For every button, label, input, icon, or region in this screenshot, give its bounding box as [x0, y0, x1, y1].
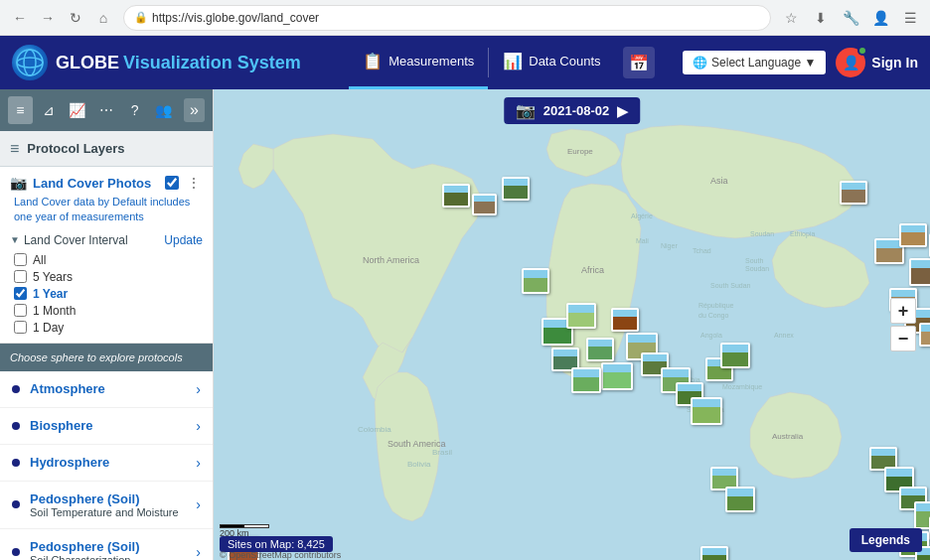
interval-all[interactable]: All	[14, 253, 203, 267]
svg-text:Europe: Europe	[567, 147, 593, 156]
chevron-right-icon: ›	[196, 381, 201, 397]
sidebar: ≡ ⊿ 📈 ⋯ ? 👥 » ≡ Protocol Layers 📷 Land C…	[0, 89, 214, 560]
interval-1year-checkbox[interactable]	[14, 287, 27, 300]
interval-header: ▼ Land Cover Interval Update	[10, 233, 203, 247]
online-badge	[857, 46, 867, 56]
chevron-right-icon: ›	[196, 496, 201, 512]
interval-title: ▼ Land Cover Interval	[10, 233, 128, 247]
protocol-item-pedosphere-1[interactable]: Pedosphere (Soil) Soil Temperature and M…	[0, 482, 213, 529]
sign-in-label: Sign In	[871, 55, 918, 70]
language-button[interactable]: 🌐 Select Language ▼	[683, 51, 826, 74]
more-tool-button[interactable]: ⋯	[93, 96, 118, 124]
avatar: 👤	[836, 48, 865, 77]
zoom-out-button[interactable]: −	[890, 326, 916, 351]
map-zoom-controls: + −	[890, 298, 916, 351]
protocol-list: Atmosphere › Biosphere › Hydrosphere › P	[0, 371, 213, 560]
interval-1day-checkbox[interactable]	[14, 321, 27, 334]
interval-1month[interactable]: 1 Month	[14, 304, 203, 318]
interval-5years-checkbox[interactable]	[14, 270, 27, 283]
tab-data-counts[interactable]: 📊 Data Counts	[489, 36, 614, 89]
app-title: GLOBE	[56, 53, 119, 73]
nav-tabs: 📋 Measurements 📊 Data Counts 📅	[321, 36, 683, 89]
svg-text:Soudan: Soudan	[750, 230, 774, 237]
url-text: https://vis.globe.gov/land_cover	[152, 11, 319, 25]
menu-button[interactable]: ☰	[898, 6, 922, 30]
layer-visibility-checkbox[interactable]	[165, 176, 179, 190]
layer-card: 📷 Land Cover Photos ⋮ Land Cover data by…	[0, 167, 213, 344]
bookmark-button[interactable]: ☆	[779, 6, 803, 30]
svg-text:Soudan: Soudan	[745, 265, 769, 272]
scale-text: 200 km	[220, 528, 269, 538]
extensions-button[interactable]: 🔧	[839, 6, 862, 30]
layer-description: Land Cover data by Default includes one …	[10, 195, 203, 225]
back-button[interactable]: ←	[8, 6, 32, 30]
address-bar[interactable]: 🔒 https://vis.globe.gov/land_cover	[123, 5, 771, 31]
interval-5years[interactable]: 5 Years	[14, 270, 203, 284]
help-tool-button[interactable]: ?	[122, 96, 147, 124]
date-popup: 📷 2021-08-02 ▶	[504, 97, 641, 124]
svg-text:Tanzania: Tanzania	[718, 361, 746, 368]
download-button[interactable]: ⬇	[809, 6, 833, 30]
tab-data-counts-label: Data Counts	[529, 54, 600, 69]
chart-tool-button[interactable]: 📈	[66, 96, 90, 124]
protocol-item-pedosphere-2[interactable]: Pedosphere (Soil) Soil Characterization …	[0, 529, 213, 560]
layers-tool-button[interactable]: ≡	[8, 96, 33, 124]
profile-button[interactable]: 👤	[868, 6, 892, 30]
tab-measurements[interactable]: 📋 Measurements	[349, 36, 488, 89]
protocol-layers-title: Protocol Layers	[27, 141, 124, 156]
protocol-atmosphere-name: Atmosphere	[30, 381, 196, 396]
refresh-button[interactable]: ↻	[64, 6, 87, 30]
globe-logo	[12, 45, 48, 80]
svg-text:Annex: Annex	[774, 332, 794, 339]
interval-1month-label: 1 Month	[33, 304, 76, 318]
interval-1day[interactable]: 1 Day	[14, 321, 203, 335]
bullet-icon	[12, 422, 20, 430]
protocol-item-biosphere[interactable]: Biosphere ›	[0, 408, 213, 445]
svg-text:Angola: Angola	[700, 332, 722, 340]
forward-button[interactable]: →	[36, 6, 60, 30]
bullet-icon	[12, 548, 20, 556]
bullet-icon	[12, 500, 20, 508]
svg-text:South Sudan: South Sudan	[710, 282, 751, 289]
zoom-in-button[interactable]: +	[890, 298, 916, 324]
svg-text:Algérie: Algérie	[631, 212, 653, 220]
date-text: 2021-08-02	[543, 103, 610, 118]
protocol-pedosphere1-name: Pedosphere (Soil) Soil Temperature and M…	[30, 491, 196, 518]
svg-text:Bolivia: Bolivia	[407, 460, 431, 469]
collapse-sidebar-button[interactable]: »	[184, 98, 205, 122]
sidebar-toolbar: ≡ ⊿ 📈 ⋯ ? 👥 »	[0, 89, 213, 131]
sites-count-text: Sites on Map: 8,425	[228, 538, 325, 550]
map-area[interactable]: North America South America Africa Asia …	[214, 89, 930, 560]
update-button[interactable]: Update	[164, 233, 203, 247]
app-subtitle: Visualization System	[123, 53, 301, 73]
svg-text:Niger: Niger	[661, 242, 678, 250]
sphere-prompt-text: Choose sphere to explore protocols	[10, 351, 183, 363]
sign-in-area[interactable]: 👤 Sign In	[836, 48, 918, 77]
layer-options-button[interactable]: ⋮	[185, 175, 203, 191]
interval-1month-checkbox[interactable]	[14, 304, 27, 317]
svg-text:Australia: Australia	[772, 432, 804, 441]
svg-text:South Africa: South Africa	[687, 406, 724, 413]
interval-1day-label: 1 Day	[33, 321, 64, 335]
app-container: GLOBE Visualization System 📋 Measurement…	[0, 36, 930, 560]
svg-text:South: South	[745, 257, 763, 264]
scale-bar: 200 km	[220, 524, 269, 538]
camera-icon: 📷	[516, 101, 536, 120]
main-content: ≡ ⊿ 📈 ⋯ ? 👥 » ≡ Protocol Layers 📷 Land C…	[0, 89, 930, 560]
interval-all-label: All	[33, 253, 46, 267]
filter-tool-button[interactable]: ⊿	[37, 96, 62, 124]
protocol-item-atmosphere[interactable]: Atmosphere ›	[0, 371, 213, 408]
svg-text:Africa: Africa	[581, 265, 604, 275]
user-tool-button[interactable]: 👥	[151, 96, 176, 124]
calendar-button[interactable]: 📅	[623, 47, 655, 78]
layers-icon: ≡	[10, 140, 19, 158]
interval-all-checkbox[interactable]	[14, 253, 27, 266]
home-button[interactable]: ⌂	[91, 6, 115, 30]
bullet-icon	[12, 459, 20, 467]
protocol-hydrosphere-name: Hydrosphere	[30, 455, 196, 470]
interval-5years-label: 5 Years	[33, 270, 73, 284]
interval-1year[interactable]: 1 Year	[14, 287, 203, 301]
protocol-item-hydrosphere[interactable]: Hydrosphere ›	[0, 445, 213, 482]
bullet-icon	[12, 385, 20, 393]
legends-button[interactable]: Legends	[850, 528, 922, 552]
